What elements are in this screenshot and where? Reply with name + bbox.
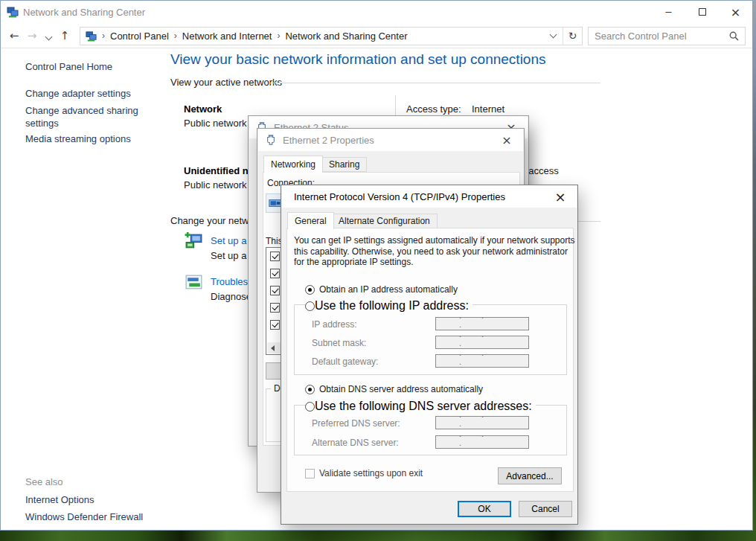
search-icon[interactable] <box>729 31 739 41</box>
breadcrumb-separator: › <box>102 31 105 41</box>
sidebar-item-windows-defender-firewall[interactable]: Windows Defender Firewall <box>25 510 158 523</box>
active-networks-label: View your active networks <box>170 77 282 88</box>
tab-sharing[interactable]: Sharing <box>321 157 367 172</box>
search-box <box>588 27 746 45</box>
default-gateway-label: Default gateway: <box>312 356 378 367</box>
tab-general[interactable]: General <box>287 212 334 229</box>
alternate-dns-field[interactable] <box>435 435 529 449</box>
ok-button[interactable]: OK <box>458 501 511 517</box>
breadcrumb[interactable]: › Control Panel › Network and Internet ›… <box>80 27 583 45</box>
page-title: View your basic network information and … <box>170 51 545 68</box>
validate-settings-checkbox[interactable] <box>305 469 315 478</box>
alternate-dns-label: Alternate DNS server: <box>312 438 399 448</box>
access-type-value: Internet <box>472 103 504 115</box>
general-tab-page: You can get IP settings assigned automat… <box>286 228 574 492</box>
properties-dialog-titlebar: Ethernet 2 Properties × <box>258 129 523 151</box>
preferred-dns-label: Preferred DNS server: <box>312 418 400 429</box>
up-button[interactable]: ↑ <box>56 29 74 42</box>
close-icon[interactable]: × <box>491 129 522 150</box>
use-following-ip-label[interactable]: Use the following IP address: <box>315 299 469 313</box>
subnet-mask-field[interactable] <box>435 336 529 349</box>
obtain-dns-auto-label[interactable]: Obtain DNS server address automatically <box>319 384 483 394</box>
address-bar: ← → ↑ › Control Panel › Network and Inte… <box>1 24 752 48</box>
breadcrumb-separator: › <box>277 31 280 41</box>
search-input[interactable] <box>589 31 729 42</box>
protocol-checkbox[interactable] <box>270 252 280 261</box>
sidebar-item-media-streaming[interactable]: Media streaming options <box>25 132 158 145</box>
validate-settings-label[interactable]: Validate settings upon exit <box>319 468 423 478</box>
network-center-icon <box>86 31 97 42</box>
maximize-button[interactable] <box>685 1 719 23</box>
advanced-button[interactable]: Advanced... <box>498 467 562 484</box>
use-following-ip-radio[interactable] <box>305 301 315 311</box>
radio-row-dns-manual: Use the following DNS server addresses: <box>305 400 536 413</box>
default-gateway-field[interactable] <box>435 354 529 368</box>
use-following-dns-radio[interactable] <box>305 402 315 412</box>
network-profile: Public network <box>184 118 247 129</box>
obtain-ip-auto-label[interactable]: Obtain an IP address automatically <box>319 284 458 295</box>
forward-button[interactable]: → <box>23 29 41 42</box>
preferred-dns-field[interactable] <box>435 416 529 429</box>
desktop-wallpaper <box>0 531 756 541</box>
refresh-button[interactable]: ↻ <box>563 28 582 45</box>
obtain-ip-auto-radio[interactable] <box>305 285 315 295</box>
ipv4-dialog-title: Internet Protocol Version 4 (TCP/IPv4) P… <box>294 191 505 202</box>
history-dropdown[interactable] <box>41 29 56 42</box>
radio-row-dns-auto: Obtain DNS server address automatically <box>305 384 483 394</box>
scroll-left-arrow[interactable] <box>267 342 278 353</box>
window-title: Network and Sharing Center <box>23 7 145 18</box>
properties-dialog-title: Ethernet 2 Properties <box>283 135 374 146</box>
minimize-button[interactable]: ─ <box>652 1 685 23</box>
new-connection-icon <box>184 231 204 255</box>
breadcrumb-separator: › <box>174 31 177 41</box>
cancel-button[interactable]: Cancel <box>519 501 572 517</box>
radio-row-ip-auto: Obtain an IP address automatically <box>305 284 458 295</box>
close-icon[interactable]: × <box>545 186 576 207</box>
close-button[interactable]: × <box>719 1 752 23</box>
network-name: Network <box>184 103 222 115</box>
protocol-checkbox[interactable] <box>270 320 280 330</box>
window-titlebar: Network and Sharing Center ─ × <box>1 1 752 24</box>
back-button[interactable]: ← <box>5 29 23 42</box>
ipv4-properties-dialog: Internet Protocol Version 4 (TCP/IPv4) P… <box>281 185 578 525</box>
network-center-icon <box>7 6 19 18</box>
protocol-checkbox[interactable] <box>270 303 280 313</box>
obtain-dns-auto-radio[interactable] <box>305 385 315 394</box>
see-also-label: See also <box>25 476 63 487</box>
protocol-checkbox[interactable] <box>270 269 280 278</box>
section-divider <box>270 83 600 83</box>
tab-networking[interactable]: Networking <box>263 156 323 173</box>
breadcrumb-item[interactable]: Network and Internet <box>182 31 272 42</box>
ipv4-dialog-titlebar: Internet Protocol Version 4 (TCP/IPv4) P… <box>282 185 577 208</box>
sidebar-item-change-advanced-sharing[interactable]: Change advanced sharing settings <box>25 104 158 129</box>
troubleshoot-icon <box>184 272 204 295</box>
breadcrumb-item[interactable]: Control Panel <box>110 31 169 42</box>
use-following-dns-label[interactable]: Use the following DNS server addresses: <box>315 400 532 413</box>
sidebar-item-control-panel-home[interactable]: Control Panel Home <box>25 60 158 73</box>
network-profile: Public network <box>184 179 247 191</box>
sidebar-item-internet-options[interactable]: Internet Options <box>25 493 158 506</box>
sidebar-item-change-adapter-settings[interactable]: Change adapter settings <box>25 87 158 100</box>
tab-alternate-configuration[interactable]: Alternate Configuration <box>331 214 438 228</box>
ip-address-label: IP address: <box>312 319 356 330</box>
validate-checkbox-row: Validate settings upon exit <box>305 468 423 478</box>
ethernet-plug-icon <box>266 135 276 145</box>
protocol-checkbox[interactable] <box>270 286 280 295</box>
access-type-label: Access type: <box>406 103 461 115</box>
intro-text-line: this capability. Otherwise, you need to … <box>294 246 575 257</box>
subnet-mask-label: Subnet mask: <box>312 338 366 348</box>
radio-row-ip-manual: Use the following IP address: <box>305 299 472 313</box>
intro-text-line: for the appropriate IP settings. <box>294 257 575 268</box>
address-dropdown[interactable] <box>543 28 563 45</box>
breadcrumb-item[interactable]: Network and Sharing Center <box>285 31 407 42</box>
intro-text-line: You can get IP settings assigned automat… <box>294 235 575 246</box>
ip-address-field[interactable] <box>435 317 529 330</box>
